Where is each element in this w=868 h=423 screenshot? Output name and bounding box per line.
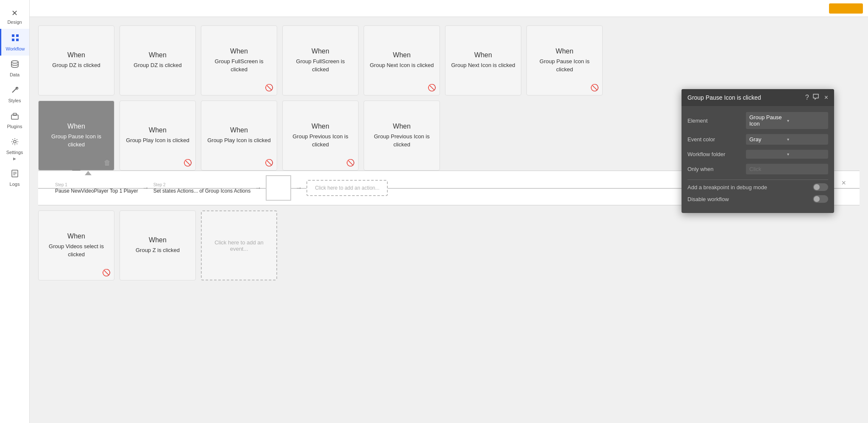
chevron-down-icon: ▾ xyxy=(787,118,825,123)
card-pause-icon-top[interactable]: When Group Pause Icon is clicked 🚫 xyxy=(526,25,603,95)
sidebar-item-settings[interactable]: Settings ▶ xyxy=(0,133,29,165)
card-next-icon-2[interactable]: When Group Next Icon is clicked xyxy=(445,25,521,95)
card-when-label: When xyxy=(67,51,85,59)
card-title: Group Play Icon is clicked xyxy=(126,137,189,144)
card-when-label: When xyxy=(149,236,167,244)
sidebar-item-label-plugins: Plugins xyxy=(7,124,22,129)
workflow-canvas[interactable]: When Group DZ is clicked When Group DZ i… xyxy=(30,17,868,423)
step-arrow-1: → xyxy=(142,184,149,192)
breakpoint-toggle[interactable] xyxy=(813,183,828,191)
svg-rect-3 xyxy=(16,39,19,41)
no-entry-icon: 🚫 xyxy=(184,159,192,167)
card-pause-icon-selected[interactable]: When Group Pause Icon is clicked 🗑 xyxy=(38,101,114,171)
props-workflow-folder-select[interactable]: ▾ xyxy=(746,150,828,159)
card-title: Group Z is clicked xyxy=(136,247,180,254)
sidebar-item-styles[interactable]: Styles xyxy=(0,81,29,107)
no-entry-icon: 🚫 xyxy=(265,84,273,92)
sidebar-item-design[interactable]: ✕ Design xyxy=(0,4,29,29)
sidebar-item-plugins[interactable]: Plugins xyxy=(0,107,29,133)
card-next-icon-1[interactable]: When Group Next Icon is clicked 🚫 xyxy=(364,25,440,95)
card-previous-icon-1[interactable]: When Group Previous Icon is clicked 🚫 xyxy=(282,101,359,171)
card-fullscreen-2[interactable]: When Group FullScreen is clicked xyxy=(282,25,359,95)
props-close-button[interactable]: × xyxy=(824,94,828,101)
styles-icon xyxy=(11,86,19,96)
props-event-color-label: Event color xyxy=(687,136,743,143)
card-when-label: When xyxy=(556,48,573,55)
svg-rect-7 xyxy=(13,113,17,115)
step-2-block: Step 2 Set states Actions... of Group Ic… xyxy=(153,182,250,194)
add-action-button[interactable]: Click here to add an action... xyxy=(306,180,388,196)
svg-rect-2 xyxy=(12,39,14,41)
topbar-action-btn[interactable] xyxy=(829,3,863,14)
disable-workflow-toggle[interactable] xyxy=(813,195,828,203)
props-breakpoint-label: Add a breakpoint in debug mode xyxy=(687,184,767,190)
comment-icon[interactable] xyxy=(812,93,819,102)
card-title: Group Videos select is clicked xyxy=(44,243,109,258)
props-disable-label: Disable workflow xyxy=(687,196,729,202)
svg-point-8 xyxy=(14,140,16,143)
sidebar-item-label-data: Data xyxy=(10,72,19,77)
data-icon xyxy=(11,60,19,70)
props-workflow-folder-row: Workflow folder ▾ xyxy=(687,150,828,159)
card-title: Group FullScreen is clicked xyxy=(288,58,353,73)
props-panel-body: Element Group Pause Icon ▾ Event color G… xyxy=(682,106,834,213)
card-play-icon-1[interactable]: When Group Play Icon is clicked 🚫 xyxy=(120,101,196,171)
card-title: Group FullScreen is clicked xyxy=(206,58,272,73)
props-only-when-input[interactable] xyxy=(746,164,828,174)
card-title: Group Next Icon is clicked xyxy=(451,62,515,69)
card-previous-icon-2[interactable]: When Group Previous Icon is clicked xyxy=(364,101,440,171)
card-fullscreen-1[interactable]: When Group FullScreen is clicked 🚫 xyxy=(201,25,277,95)
card-when-label: When xyxy=(67,123,85,130)
props-event-color-select[interactable]: Gray ▾ xyxy=(746,134,828,145)
no-entry-icon: 🚫 xyxy=(102,269,111,277)
card-when-label: When xyxy=(474,51,492,59)
step-arrow-3: → xyxy=(295,184,302,192)
cards-row-3: When Group Videos select is clicked 🚫 Wh… xyxy=(38,210,860,280)
sidebar-item-workflow[interactable]: Workflow xyxy=(0,29,29,56)
step-3-empty-box[interactable] xyxy=(266,175,291,201)
close-steps-button[interactable]: × xyxy=(841,179,846,188)
props-element-row: Element Group Pause Icon ▾ xyxy=(687,112,828,129)
card-title: Group Next Icon is clicked xyxy=(370,62,434,69)
no-entry-icon: 🚫 xyxy=(265,159,273,167)
props-element-value: Group Pause Icon xyxy=(749,114,787,127)
card-when-label: When xyxy=(149,51,167,59)
card-group-z[interactable]: When Group Z is clicked xyxy=(120,210,196,280)
help-icon[interactable]: ? xyxy=(805,94,809,101)
workflow-icon xyxy=(11,33,20,45)
card-when-label: When xyxy=(312,123,329,130)
chevron-down-icon: ▾ xyxy=(787,152,825,157)
card-title: Group Play Icon is clicked xyxy=(207,137,271,144)
card-title: Group Pause Icon is clicked xyxy=(532,58,597,73)
card-videos-select[interactable]: When Group Videos select is clicked 🚫 xyxy=(38,210,114,280)
sidebar-item-label-design: Design xyxy=(7,20,22,25)
design-icon: ✕ xyxy=(11,8,18,18)
step-2-label: Step 2 xyxy=(153,182,250,187)
sidebar-item-data[interactable]: Data xyxy=(0,56,29,81)
props-divider xyxy=(687,179,828,180)
props-element-select[interactable]: Group Pause Icon ▾ xyxy=(746,112,828,129)
sidebar-item-label-settings: Settings xyxy=(6,150,23,155)
card-when-label: When xyxy=(312,48,329,55)
card-when-label: When xyxy=(393,123,411,130)
add-event-card[interactable]: Click here to add an event... xyxy=(201,210,277,280)
step-2-value: Set states Actions... of Group Icons Act… xyxy=(153,188,250,194)
svg-rect-1 xyxy=(16,34,19,37)
sidebar-item-logs[interactable]: Logs xyxy=(0,165,29,191)
properties-panel: Group Pause Icon is clicked ? × Element … xyxy=(682,89,834,213)
plugins-icon xyxy=(11,112,19,122)
svg-point-4 xyxy=(11,61,18,63)
svg-rect-0 xyxy=(12,34,14,37)
card-title: Group Pause Icon is clicked xyxy=(44,133,109,148)
props-event-color-value: Gray xyxy=(749,136,787,143)
props-panel-title: Group Pause Icon is clicked xyxy=(687,94,761,101)
props-only-when-row: Only when xyxy=(687,164,828,174)
step-1-label: Step 1 xyxy=(55,182,138,187)
step-1-block: Step 1 Pause NewVideoPlayer Top 1 Player xyxy=(55,182,138,194)
cards-row-1: When Group DZ is clicked When Group DZ i… xyxy=(38,25,860,95)
card-group-dz-1[interactable]: When Group DZ is clicked xyxy=(38,25,114,95)
card-when-label: When xyxy=(67,233,85,240)
card-play-icon-2[interactable]: When Group Play Icon is clicked 🚫 xyxy=(201,101,277,171)
card-title: Group Previous Icon is clicked xyxy=(369,133,434,148)
card-group-dz-2[interactable]: When Group DZ is clicked xyxy=(120,25,196,95)
